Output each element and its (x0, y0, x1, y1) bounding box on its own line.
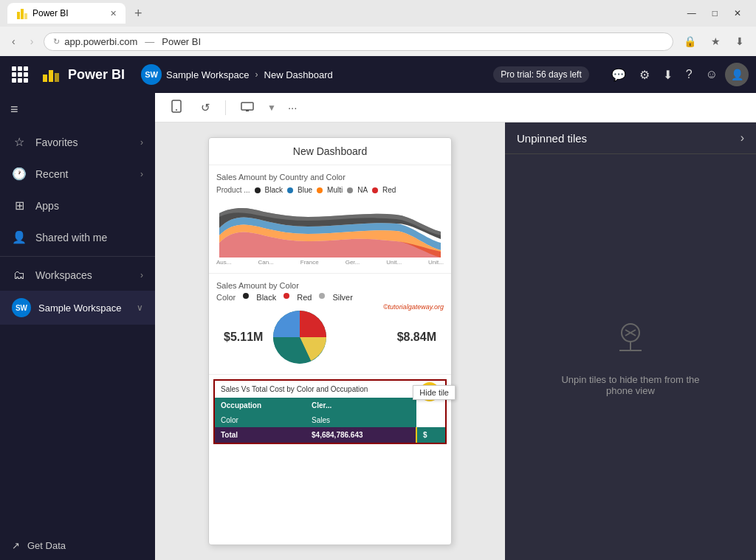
svg-rect-4 (49, 70, 53, 82)
ribbon-chart-section: Sales Amount by Country and Color Produc… (209, 165, 451, 274)
dashboard-canvas: New Dashboard Sales Amount by Country an… (155, 122, 505, 560)
dashboard-main: New Dashboard Sales Amount by Country an… (155, 122, 756, 560)
sidebar-divider (0, 256, 155, 257)
table-subheader-row: Color Sales (215, 413, 445, 427)
more-options-button[interactable]: ··· (282, 98, 303, 117)
new-tab-button[interactable]: + (131, 6, 145, 21)
right-panel-expand-icon[interactable]: › (740, 131, 744, 145)
sidebar-toggle-button[interactable]: ≡ (0, 93, 155, 126)
dashboard-toolbar: ↺ ▼ ··· (155, 93, 756, 122)
download-icon[interactable]: ⬇ (731, 32, 749, 50)
pie-legend-red-label: Red (297, 293, 312, 302)
phone-view-icon-button[interactable] (164, 97, 189, 118)
get-data-button[interactable]: ↗ Get Data (0, 531, 155, 560)
sidebar-item-workspaces[interactable]: 🗂 Workspaces › (0, 260, 155, 291)
pie-value-right: $8.84M (397, 331, 436, 344)
table-header-cler: Cler... (306, 398, 416, 413)
sidebar-item-shared[interactable]: 👤 Shared with me (0, 221, 155, 253)
topbar-action-icons: 💬 ⚙ ⬇ ? ☺ 👤 (605, 63, 749, 86)
pie-chart-section: Sales Amount by Color ©tutorialgateway.o… (209, 274, 451, 375)
axis-label: France (300, 259, 319, 266)
waffle-menu-button[interactable] (7, 62, 32, 87)
tab-close-button[interactable]: ✕ (110, 9, 117, 18)
address-bar[interactable]: ↻ app.powerbi.com — Power BI (44, 32, 673, 51)
dashboard-name: New Dashboard (264, 69, 333, 80)
pie-legend-silver-label: Silver (332, 293, 353, 302)
ribbon-chart-visual (216, 198, 444, 257)
sidebar: ≡ ☆ Favorites › 🕐 Recent › ⊞ Apps 👤 Shar… (0, 93, 155, 560)
phone-mockup: New Dashboard Sales Amount by Country an… (208, 137, 452, 545)
table-header-occupation: Occupation (215, 398, 306, 413)
favorites-icon: ☆ (12, 135, 27, 149)
sidebar-item-favorites[interactable]: ☆ Favorites › (0, 126, 155, 158)
forward-button[interactable]: › (26, 32, 38, 50)
table-chart-section: Sales Vs Total Cost by Color and Occupat… (213, 379, 447, 444)
undo-button[interactable]: ↺ (195, 98, 216, 117)
minimize-button[interactable]: — (680, 5, 704, 21)
chevron-right-icon: › (140, 169, 143, 179)
device-icon (241, 100, 254, 113)
axis-label: Aus... (216, 259, 231, 266)
table-chart-data: Occupation Cler... Color Sales (215, 398, 445, 443)
table-chart-title: Sales Vs Total Cost by Color and Occupat… (221, 385, 368, 393)
workspaces-icon: 🗂 (12, 269, 27, 282)
chat-icon-button[interactable]: 💬 (605, 63, 632, 86)
right-panel-content: Unpin tiles to hide them from the phone … (505, 154, 756, 560)
back-button[interactable]: ‹ (7, 32, 20, 50)
pie-chart-legend: Color Black Red Silver (216, 293, 444, 302)
workspace-name: Sample Workspace (166, 69, 249, 80)
axis-label: Can... (258, 259, 273, 266)
legend-na-dot (347, 187, 353, 193)
app-logo: Power BI (41, 64, 125, 85)
sidebar-workspace-item[interactable]: SW Sample Workspace ∨ (0, 291, 155, 325)
bookmark-icon[interactable]: 🔒 (679, 32, 701, 50)
star-icon[interactable]: ★ (707, 32, 725, 50)
topbar: Power BI SW Sample Workspace › New Dashb… (0, 56, 756, 93)
hide-tile-tooltip: Hide tile (413, 385, 456, 400)
user-avatar[interactable]: 👤 (725, 63, 749, 86)
browser-tab[interactable]: Power BI ✕ (7, 3, 126, 24)
help-icon-button[interactable]: ? (680, 63, 698, 86)
download-icon-button[interactable]: ⬇ (657, 63, 678, 86)
powerbi-logo-icon (41, 64, 62, 85)
sidebar-bottom: ↗ Get Data (0, 531, 155, 560)
sidebar-item-recent[interactable]: 🕐 Recent › (0, 158, 155, 190)
legend-blue-label: Blue (298, 186, 312, 194)
table-header-row: Occupation Cler... (215, 398, 445, 413)
sidebar-recent-label: Recent (35, 168, 131, 180)
close-button[interactable]: ✕ (726, 5, 749, 21)
axis-labels: Aus... Can... France Ger... Unit... Unit… (216, 259, 444, 266)
svg-rect-5 (55, 73, 59, 82)
table-total-value: $4,684,786.643 (306, 427, 416, 443)
chevron-right-icon: › (140, 137, 143, 148)
legend-black-dot (255, 187, 261, 193)
dashboard-combined: ↺ ▼ ··· New Dashboard (155, 93, 756, 560)
ribbon-chart-legend: Product ... Black Blue Multi NA (216, 186, 444, 194)
legend-na-label: NA (357, 186, 368, 194)
powerbi-favicon-icon (16, 7, 28, 19)
trial-badge: Pro trial: 56 days left (493, 66, 588, 83)
axis-label: Ger... (346, 259, 360, 266)
device-dropdown-arrow[interactable]: ▼ (267, 103, 276, 113)
address-appname: Power BI (162, 36, 201, 47)
refresh-icon: ↻ (53, 37, 60, 46)
feedback-icon-button[interactable]: ☺ (700, 63, 724, 86)
legend-multi-label: Multi (327, 186, 343, 194)
chevron-right-icon: › (140, 270, 143, 280)
table-total-row: Total $4,684,786.643 $ (215, 427, 445, 443)
legend-black-label: Black (265, 186, 283, 194)
axis-label: Unit... (386, 259, 402, 266)
device-toggle-button[interactable] (235, 97, 260, 118)
phone-dashboard-title: New Dashboard (209, 138, 451, 165)
maximize-button[interactable]: □ (705, 5, 725, 21)
breadcrumb: SW Sample Workspace › New Dashboard (141, 64, 333, 85)
sidebar-apps-label: Apps (35, 200, 143, 212)
pie-legend-black-label: Black (256, 293, 276, 302)
table-total-label: Total (215, 427, 306, 443)
unpin-icon-svg (612, 318, 649, 355)
sidebar-item-apps[interactable]: ⊞ Apps (0, 190, 155, 221)
settings-icon-button[interactable]: ⚙ (633, 63, 656, 86)
recent-icon: 🕐 (12, 167, 27, 181)
right-panel: Unpinned tiles › (505, 122, 756, 560)
table-title-bar: Sales Vs Total Cost by Color and Occupat… (215, 381, 445, 398)
